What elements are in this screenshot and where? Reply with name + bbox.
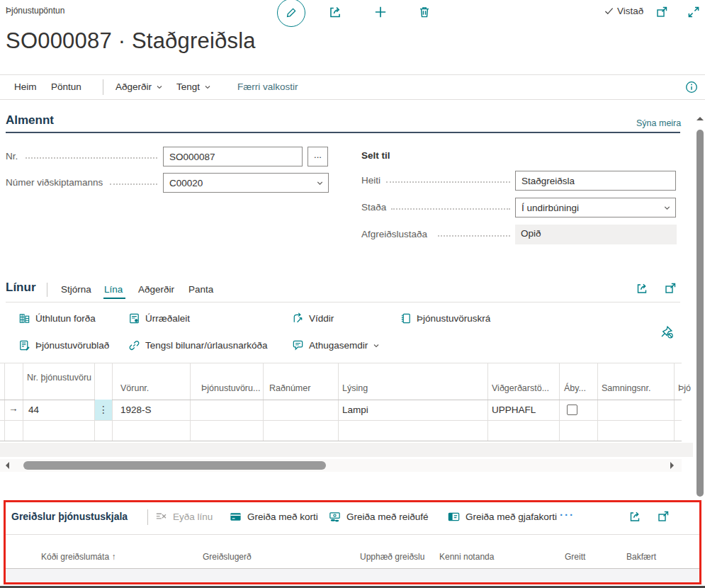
customer-no-label: Númer viðskiptamanns (6, 177, 103, 188)
toolbar-comments[interactable]: Athugasemdir (291, 339, 380, 352)
lines-tab-stjorna[interactable]: Stjórna (61, 284, 91, 295)
customer-no-input[interactable] (163, 173, 329, 193)
edit-button[interactable] (277, 0, 305, 27)
cell-item-no[interactable]: 1928-S (120, 405, 152, 415)
ribbon-fewer-options[interactable]: Færri valkostir (237, 81, 298, 92)
horizontal-scrollbar-thumb[interactable] (23, 461, 326, 470)
lines-tab-adgerdir[interactable]: Aðgerðir (138, 284, 174, 295)
scroll-left-arrow[interactable] (6, 462, 9, 469)
pay-with-giftcard-button[interactable]: Greiða með gjafakorti (447, 510, 557, 524)
share-button[interactable] (327, 4, 343, 20)
toolbar-fault-resolution-codes[interactable]: Tengsl bilunar/úrlausnarkóða (128, 339, 268, 352)
col-service[interactable]: Þjó (678, 383, 691, 393)
popout-icon (663, 281, 677, 295)
paycol-payment-amount[interactable]: Upphæð greiðslu (360, 552, 424, 562)
divider (0, 99, 705, 100)
divider (103, 79, 103, 95)
payments-share-button[interactable] (628, 509, 642, 524)
expand-page-button[interactable] (686, 4, 701, 20)
divider (47, 283, 47, 297)
lines-section-heading: Línur (6, 281, 36, 295)
paycol-payment-type[interactable]: Greiðslugerð (203, 552, 252, 562)
divider (6, 534, 699, 535)
name-field-label: Heiti (361, 175, 380, 186)
dotted-leader (438, 234, 510, 237)
show-more-link[interactable]: Sýna meira (636, 118, 681, 128)
pay-with-cash-button[interactable]: Greiða með reiðufé (328, 510, 429, 524)
lines-expand-button[interactable] (663, 281, 677, 295)
ribbon-tab-pontun[interactable]: Pöntun (51, 81, 81, 92)
col-warranty[interactable]: Áby... (564, 383, 586, 393)
vertical-scrollbar-thumb[interactable] (696, 130, 704, 497)
dotted-leader (391, 208, 510, 210)
customer-no-field[interactable] (163, 173, 329, 193)
delete-button[interactable] (417, 4, 432, 20)
paycol-reversed[interactable]: Bakfært (626, 552, 656, 562)
trash-icon (417, 4, 432, 20)
paycol-user-id[interactable]: Kenni notanda (439, 552, 494, 562)
toolbar-service-item-log[interactable]: Þjónustuvöruskrá (399, 312, 490, 325)
chevron-down-icon (155, 83, 164, 91)
col-repair-status[interactable]: Viðgerðarstö... (492, 383, 549, 393)
divider (0, 74, 705, 75)
cell-repair-status[interactable]: UPPHAFL (492, 405, 536, 415)
toolbar-dimensions[interactable]: Víddir (291, 312, 334, 325)
popout-icon (655, 5, 669, 19)
col-serial-no[interactable]: Raðnúmer (269, 383, 310, 393)
status-field-input[interactable] (515, 198, 676, 217)
no-assist-button[interactable]: ... (308, 147, 328, 166)
ribbon-tab-heim[interactable]: Heim (14, 81, 37, 92)
new-button[interactable] (373, 4, 388, 20)
ribbon-menu-adgerdir[interactable]: Aðgerðir (115, 81, 164, 92)
col-service-item[interactable]: Þjónustuvöru... (201, 383, 261, 393)
name-field-input[interactable] (515, 171, 676, 191)
check-icon (603, 5, 615, 17)
share-icon (635, 281, 649, 295)
row-options-menu[interactable]: ⋮ (95, 400, 112, 420)
pin-button[interactable] (659, 324, 674, 339)
paycol-paid[interactable]: Greitt (565, 552, 585, 562)
table-footer-strip (0, 443, 693, 457)
info-button[interactable] (684, 80, 699, 94)
paycol-payment-method[interactable]: Kóði greiðslumáta ↑ (41, 552, 115, 562)
popout-button[interactable] (655, 5, 669, 19)
more-options-button[interactable]: ··· (560, 509, 575, 521)
troubleshoot-icon (128, 312, 141, 325)
scroll-up-arrow[interactable] (696, 117, 704, 120)
cell-service-item-no[interactable]: 44 (28, 405, 39, 415)
warranty-checkbox[interactable] (567, 405, 577, 415)
col-contract-no[interactable]: Samningsnr. (602, 383, 650, 393)
gift-card-icon (447, 510, 461, 524)
divider (0, 441, 682, 441)
delete-line-button[interactable]: Eyða línu (154, 510, 213, 524)
status-field[interactable] (515, 198, 676, 217)
saved-indicator: Vistað (603, 5, 643, 17)
ribbon-menu-tengt[interactable]: Tengt (176, 81, 212, 92)
lines-share-button[interactable] (635, 281, 649, 295)
table-row[interactable] (0, 420, 682, 441)
lines-tab-lina[interactable]: Lína (104, 284, 123, 295)
scroll-right-arrow[interactable] (670, 462, 674, 469)
horizontal-scrollbar[interactable] (0, 459, 682, 472)
lines-tab-panta[interactable]: Panta (188, 284, 213, 295)
notebook-icon (399, 312, 412, 325)
cell-description[interactable]: Lampi (342, 405, 368, 415)
general-section-heading: Almennt (6, 113, 54, 128)
toolbar-allocate-resource[interactable]: Úthlutun forða (18, 312, 96, 325)
dotted-leader (26, 157, 157, 159)
toolbar-troubleshooting[interactable]: Úrræðaleit (128, 312, 190, 325)
vertical-scrollbar[interactable] (695, 112, 705, 498)
no-field-input[interactable] (163, 147, 303, 166)
col-item-no[interactable]: Vörunr. (120, 383, 149, 393)
comment-icon (291, 339, 305, 352)
lines-table: Nr. þjónustuvöru Vörunr. Þjónustuvöru...… (0, 363, 682, 441)
payments-expand-button[interactable] (656, 509, 670, 524)
toolbar-service-item-worksheet[interactable]: Þjónustuvörublað (18, 339, 109, 352)
dotted-leader (110, 183, 157, 185)
pay-with-card-button[interactable]: Greiða með korti (229, 510, 318, 524)
col-service-item-no[interactable]: Nr. þjónustuvöru (27, 371, 92, 385)
col-description[interactable]: Lýsing (342, 383, 368, 393)
saved-label: Vistað (617, 6, 643, 16)
table-row[interactable]: → 44 ⋮ 1928-S Lampi UPPHAFL (0, 400, 682, 420)
info-icon (684, 80, 699, 94)
